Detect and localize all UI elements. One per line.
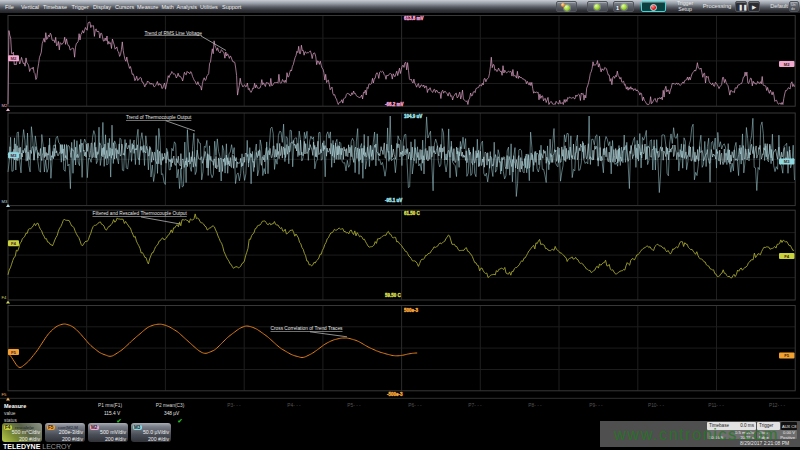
svg-text:M2: M2 <box>784 62 790 67</box>
svg-text:M2: M2 <box>2 103 8 108</box>
svg-text:M2: M2 <box>10 56 17 61</box>
svg-text:Trend of RMS Line Voltage: Trend of RMS Line Voltage <box>145 31 203 36</box>
svg-text:F5: F5 <box>11 350 17 355</box>
svg-text:-95.1 uV: -95.1 uV <box>385 198 402 203</box>
svg-text:59.50 C: 59.50 C <box>385 293 402 298</box>
svg-text:F4: F4 <box>784 254 790 259</box>
svg-text:M3: M3 <box>2 199 8 204</box>
svg-text:M3: M3 <box>784 159 790 164</box>
svg-text:F4: F4 <box>2 295 8 300</box>
svg-text:F5: F5 <box>784 353 790 358</box>
svg-text:500e-3: 500e-3 <box>404 308 419 313</box>
svg-text:613.8 mV: 613.8 mV <box>404 16 424 21</box>
svg-text:Cross Correlation of Trend Tra: Cross Correlation of Trend Traces <box>271 326 344 331</box>
svg-text:61.50 C: 61.50 C <box>404 211 421 216</box>
svg-text:F4: F4 <box>11 241 17 246</box>
svg-text:-500e-3: -500e-3 <box>387 392 403 397</box>
svg-text:F5: F5 <box>2 392 8 397</box>
svg-text:-66.2 mV: -66.2 mV <box>385 102 404 107</box>
svg-text:Filtered and Rescaled Thermoco: Filtered and Rescaled Thermocouple Outpu… <box>93 211 188 216</box>
svg-text:104.9 uV: 104.9 uV <box>404 114 422 119</box>
svg-text:M3: M3 <box>10 153 17 158</box>
svg-text:Trend of Thermocouple Output: Trend of Thermocouple Output <box>126 115 192 120</box>
